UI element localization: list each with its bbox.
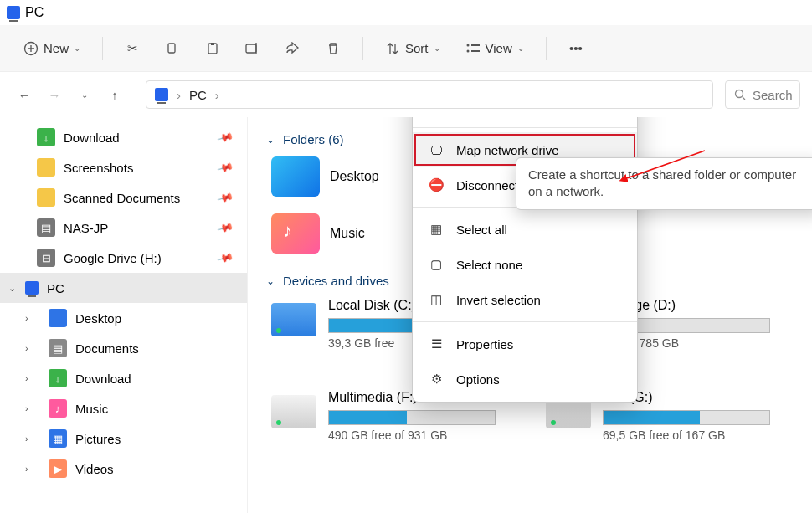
new-button[interactable]: New ⌄ xyxy=(15,36,89,61)
chevron-right-icon: › xyxy=(25,343,28,353)
forward-button[interactable]: → xyxy=(42,82,67,107)
search-icon xyxy=(734,89,746,100)
svg-rect-1 xyxy=(168,44,175,53)
crumb-pc[interactable]: PC xyxy=(189,88,207,102)
svg-rect-3 xyxy=(211,43,214,45)
opt-icon: ⚙ xyxy=(428,371,445,387)
svg-rect-7 xyxy=(471,44,480,46)
chevron-right-icon: › xyxy=(25,313,28,323)
menu-select-all[interactable]: ▦Select all xyxy=(413,212,637,247)
sidebar-item-nas-jp[interactable]: ▤NAS-JP📌 xyxy=(0,213,247,243)
paste-button[interactable] xyxy=(197,36,229,61)
chevron-right-icon: › xyxy=(25,373,28,383)
sidebar-item-videos[interactable]: ›▶Videos xyxy=(0,454,247,484)
chevron-down-icon: ⌄ xyxy=(74,44,80,53)
pc-icon xyxy=(155,88,168,101)
chevron-right-icon: › xyxy=(177,88,181,102)
selall-icon: ▦ xyxy=(428,221,445,238)
pin-icon: 📌 xyxy=(216,129,234,146)
plus-circle-icon xyxy=(23,41,39,56)
folder-icon xyxy=(37,158,55,177)
more-button[interactable]: ••• xyxy=(560,36,592,61)
trash-icon xyxy=(326,41,341,56)
paste-icon xyxy=(205,41,220,56)
new-label: New xyxy=(44,41,69,55)
usage-bar xyxy=(603,410,770,425)
separator xyxy=(546,37,547,60)
title-bar: PC xyxy=(0,0,812,25)
view-button[interactable]: View ⌄ xyxy=(457,36,532,61)
search-placeholder: Search xyxy=(753,88,793,102)
recent-button[interactable]: ⌄ xyxy=(72,82,97,107)
folder-desktop[interactable]: Desktop xyxy=(271,156,379,197)
sidebar-item-pc[interactable]: ⌄PC xyxy=(0,273,247,303)
sidebar-item-desktop[interactable]: ›Desktop xyxy=(0,303,247,333)
menu-separator xyxy=(413,127,637,128)
drive-icon xyxy=(271,303,316,336)
toolbar: New ⌄ ✂ Sort ⌄ View ⌄ ••• xyxy=(0,25,812,72)
sidebar-item-download[interactable]: ›↓Download xyxy=(0,363,247,393)
drive-icon xyxy=(271,395,316,428)
selnone-icon: ▢ xyxy=(428,256,445,273)
menu-select-none[interactable]: ▢Select none xyxy=(413,247,637,282)
ellipsis-icon: ••• xyxy=(568,41,583,56)
cut-button[interactable]: ✂ xyxy=(116,36,148,61)
up-button[interactable]: ↑ xyxy=(102,82,127,107)
sidebar-item-google-drive-h-[interactable]: ⊟Google Drive (H:)📌 xyxy=(0,243,247,273)
address-bar[interactable]: › PC › xyxy=(146,80,713,109)
menu-properties[interactable]: ☰Properties xyxy=(413,326,637,362)
back-button[interactable]: ← xyxy=(12,82,37,107)
sidebar-item-music[interactable]: ›♪Music xyxy=(0,393,247,423)
menu-options[interactable]: ⚙Options xyxy=(413,362,637,397)
sidebar-item-documents[interactable]: ›▤Documents xyxy=(0,333,247,363)
sidebar-item-download[interactable]: ↓Download📌 xyxy=(0,122,247,152)
music-icon: ♪ xyxy=(49,399,67,418)
pin-icon: 📌 xyxy=(216,219,234,237)
menu-invert-selection[interactable]: ◫Invert selection xyxy=(413,282,637,317)
menu-undo[interactable]: ↶Undo xyxy=(413,117,637,123)
svg-point-5 xyxy=(466,44,469,46)
chevron-down-icon: ⌄ xyxy=(266,275,275,287)
download-icon: ↓ xyxy=(37,128,55,146)
pc-icon xyxy=(7,6,20,19)
nas-icon: ▤ xyxy=(37,218,55,237)
copy-icon xyxy=(165,41,180,56)
sort-label: Sort xyxy=(405,41,429,55)
chevron-right-icon: › xyxy=(25,403,28,413)
vid-icon: ▶ xyxy=(49,459,67,478)
doc-icon: ▤ xyxy=(49,339,67,357)
share-button[interactable] xyxy=(277,36,309,61)
search-box[interactable]: Search xyxy=(725,80,800,109)
sidebar-item-screenshots[interactable]: Screenshots📌 xyxy=(0,152,247,182)
svg-point-6 xyxy=(466,49,469,52)
mapnet-icon: 🖵 xyxy=(428,141,445,158)
free-space: 490 GB free of 931 GB xyxy=(328,428,496,442)
folders-label: Folders (6) xyxy=(283,132,344,146)
separator xyxy=(362,37,363,60)
copy-button[interactable] xyxy=(157,36,188,61)
content-pane: Create a shortcut to a shared folder or … xyxy=(248,117,812,513)
chevron-down-icon: ⌄ xyxy=(266,134,275,146)
sort-icon xyxy=(385,41,400,56)
sidebar-item-pictures[interactable]: ›▦Pictures xyxy=(0,423,247,454)
breadcrumb[interactable]: › PC › xyxy=(177,88,219,102)
download-icon: ↓ xyxy=(49,369,67,387)
scissors-icon: ✂ xyxy=(125,41,140,56)
chevron-down-icon: ⌄ xyxy=(517,44,524,53)
folder-icon xyxy=(271,156,320,197)
drives-label: Devices and drives xyxy=(283,274,389,288)
folder-music[interactable]: Music xyxy=(271,213,365,254)
folder-icon xyxy=(37,188,55,207)
svg-rect-4 xyxy=(246,44,256,53)
rename-button[interactable] xyxy=(237,36,269,61)
rename-icon xyxy=(245,41,260,56)
chevron-down-icon: ⌄ xyxy=(434,44,440,53)
chevron-down-icon: ⌄ xyxy=(8,283,16,294)
sort-button[interactable]: Sort ⌄ xyxy=(377,36,449,61)
delete-button[interactable] xyxy=(317,36,349,61)
chevron-right-icon: › xyxy=(215,88,219,102)
pic-icon: ▦ xyxy=(49,429,67,448)
separator xyxy=(102,37,103,60)
discnet-icon: ⛔ xyxy=(428,177,445,193)
sidebar-item-scanned-documents[interactable]: Scanned Documents📌 xyxy=(0,182,247,213)
